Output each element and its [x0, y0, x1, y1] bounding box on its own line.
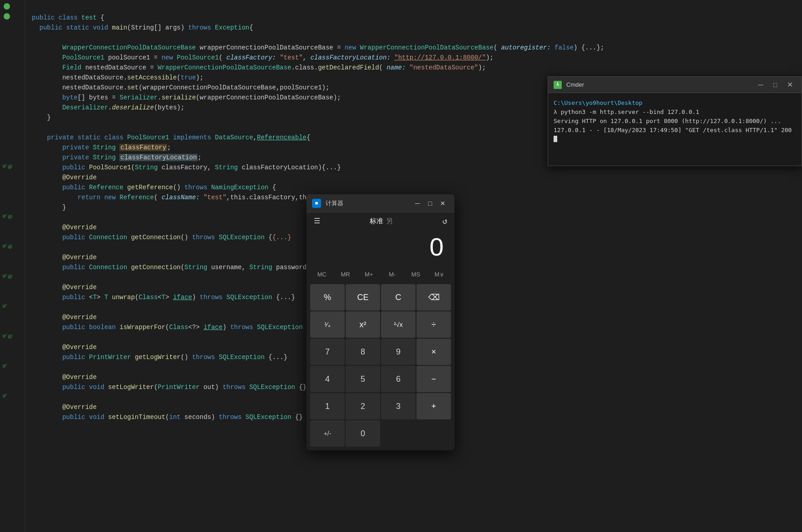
gutter-marker: 0ᶠ	[3, 363, 7, 369]
calc-close-button[interactable]: ✕	[436, 197, 449, 210]
calc-maximize-button[interactable]: □	[424, 197, 436, 210]
cmder-body: C:\Users\yo9hourt\Desktop λ python3 -m h…	[548, 93, 802, 166]
breakpoint-icon	[4, 13, 10, 20]
calc-multiply-button[interactable]: ×	[416, 339, 451, 365]
calc-reciprocal-button[interactable]: ¹⁄ₓ	[310, 311, 345, 338]
calc-percent-button[interactable]: %	[310, 284, 345, 310]
calc-minimize-button[interactable]: ─	[411, 197, 424, 210]
calc-mc-button[interactable]: MC	[310, 267, 334, 281]
calc-divide-button[interactable]: ÷	[416, 311, 451, 338]
calc-9-button[interactable]: 9	[381, 339, 416, 365]
calc-mplus-button[interactable]: M+	[357, 267, 381, 281]
calc-2-button[interactable]: 2	[346, 393, 380, 419]
calc-header: ☰ 标准 另 ↺	[307, 212, 455, 230]
calc-6-button[interactable]: 6	[381, 366, 416, 392]
calc-plus-button[interactable]: +	[416, 393, 451, 419]
calc-mdown-button[interactable]: M∨	[427, 267, 451, 281]
calc-mr-button[interactable]: MR	[334, 267, 357, 281]
calc-1-button[interactable]: 1	[310, 393, 345, 419]
calc-mode-standard[interactable]: 标准	[370, 217, 383, 226]
gutter-marker: 0ᶠ @	[3, 213, 12, 219]
cmder-output1: Serving HTTP on 127.0.0.1 port 8000 (htt…	[554, 117, 796, 126]
calc-mode-tabs: 标准 另	[370, 217, 393, 226]
cmder-maximize-button[interactable]: □	[769, 79, 782, 91]
calc-8-button[interactable]: 8	[346, 339, 380, 365]
calc-c-button[interactable]: C	[381, 284, 416, 310]
calc-minus-button[interactable]: −	[416, 366, 451, 392]
hamburger-menu-icon[interactable]: ☰	[314, 217, 320, 226]
calc-display-value: 0	[317, 234, 444, 260]
calc-3-button[interactable]: 3	[381, 393, 416, 419]
cmder-minimize-button[interactable]: ─	[754, 79, 767, 91]
calc-ms-button[interactable]: MS	[404, 267, 428, 281]
calculator-window: ■ 计算器 ─ □ ✕ ☰ 标准 另 ↺ 0 MC MR M+ M- MS M∨…	[307, 194, 455, 450]
calc-ce-button[interactable]: CE	[346, 284, 380, 310]
calc-backspace-button[interactable]: ⌫	[416, 284, 451, 310]
calc-0-button[interactable]: 0	[346, 420, 380, 447]
gutter-marker: 0ᶠ	[3, 393, 7, 399]
cmder-window: λ Cmder ─ □ ✕ C:\Users\yo9hourt\Desktop …	[548, 76, 802, 166]
cmder-app-icon: λ	[554, 81, 562, 89]
breakpoint-icon	[4, 3, 10, 10]
calc-sqrt-button[interactable]: ²√x	[381, 311, 416, 338]
gutter-marker: 0ᶠ	[3, 303, 7, 309]
calc-mminus-button[interactable]: M-	[381, 267, 404, 281]
calc-mode-separator: 另	[386, 217, 393, 226]
calc-7-button[interactable]: 7	[310, 339, 345, 365]
cmder-titlebar[interactable]: λ Cmder ─ □ ✕	[548, 77, 802, 93]
cmder-cursor	[554, 136, 557, 142]
cmder-output2: 127.0.0.1 - - [18/May/2023 17:49:50] "GE…	[554, 126, 796, 135]
gutter-marker: 0ᶠ @	[3, 243, 12, 249]
cmder-command-line: λ python3 -m http.server --bind 127.0.0.…	[554, 108, 796, 117]
cmder-title: Cmder	[566, 81, 584, 88]
gutter-marker: 0ᶠ @	[3, 163, 12, 169]
calc-display: 0	[307, 230, 455, 267]
calc-negate-button[interactable]: +/-	[310, 420, 345, 447]
calc-4-button[interactable]: 4	[310, 366, 345, 392]
calc-app-icon: ■	[312, 199, 321, 208]
calc-memory-row: MC MR M+ M- MS M∨	[307, 267, 455, 284]
calc-title: 计算器	[326, 199, 411, 207]
cmder-path-line: C:\Users\yo9hourt\Desktop	[554, 99, 796, 108]
calc-button-grid: % CE C ⌫ ¹⁄ₓ x² ²√x ÷ 7 8 9 × 4 5 6 − 1 …	[307, 284, 455, 450]
gutter-marker: 0ᶠ @	[3, 333, 12, 339]
cmder-close-button[interactable]: ✕	[783, 79, 796, 91]
calc-titlebar: ■ 计算器 ─ □ ✕	[307, 194, 455, 212]
calc-5-button[interactable]: 5	[346, 366, 380, 392]
calc-square-button[interactable]: x²	[346, 311, 380, 338]
calc-history-button[interactable]: ↺	[442, 216, 447, 226]
gutter-marker: 0ᶠ @	[3, 273, 12, 279]
